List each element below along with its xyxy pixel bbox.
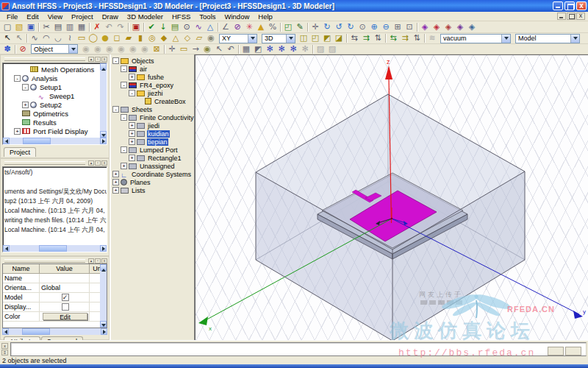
model-tree-item-unassigned[interactable]: + Unassigned	[111, 162, 194, 170]
restore-button[interactable]	[564, 1, 575, 10]
point-marker-icon[interactable]: ◉	[201, 44, 213, 54]
expand-toggle[interactable]: -	[14, 75, 21, 82]
model-tree-item-createbox[interactable]: CreateBox	[111, 97, 194, 105]
rotate-model-center-icon[interactable]: ↻	[321, 22, 333, 32]
arc-tool-icon[interactable]: ↶	[225, 44, 237, 54]
snap-face-icon[interactable]: ✻	[287, 44, 299, 54]
panel-close-button[interactable]: x	[101, 57, 107, 62]
fit-all-icon[interactable]: ⊡	[404, 22, 415, 32]
scroll-left-arrow[interactable]	[3, 245, 10, 252]
model-tree-item-lists[interactable]: + Lists	[111, 186, 194, 194]
cut-icon[interactable]: ✂	[40, 22, 52, 32]
model-tree-item-fr4-epoxy[interactable]: - FR4_epoxy	[111, 81, 194, 89]
message-horizontal-scrollbar[interactable]	[3, 245, 107, 252]
draw-circle-icon[interactable]: ●	[99, 33, 111, 43]
mdi-close-button[interactable]	[576, 13, 585, 20]
expand-toggle[interactable]: +	[129, 138, 135, 145]
mesh-plot-icon[interactable]: ▲	[255, 22, 267, 32]
model-tree-item-fushe[interactable]: + fushe	[111, 73, 194, 81]
history-icon[interactable]: ≋	[426, 33, 438, 43]
expand-toggle[interactable]: +	[112, 187, 119, 194]
model-tree-item-coordinate-systems[interactable]: + Coordinate Systems	[111, 170, 194, 178]
split-icon[interactable]: ◪	[333, 33, 345, 43]
panel-float-button[interactable]: ▫	[95, 57, 101, 62]
expand-toggle[interactable]: +	[121, 163, 127, 169]
chevron-down-icon[interactable]	[68, 45, 77, 53]
select-face-icon[interactable]: ↖	[13, 33, 25, 43]
model-tree-item-rectangle1[interactable]: + Rectangle1	[111, 154, 194, 162]
draw-arc-3pt-icon[interactable]: ◡	[52, 33, 64, 43]
zoom-in-icon[interactable]: ⊕	[368, 22, 380, 32]
menu-item-view[interactable]: View	[43, 13, 67, 21]
rotate-screen-center-icon[interactable]: ↻	[345, 22, 356, 32]
scroll-right-arrow[interactable]	[100, 245, 107, 252]
expand-toggle[interactable]: +	[129, 155, 135, 161]
panel-float-button[interactable]: ▫	[95, 258, 101, 263]
material-manager-icon[interactable]: ⊘	[232, 22, 243, 32]
panel-pin-button[interactable]: ▴	[88, 160, 94, 166]
drawing-mode-combo[interactable]: 3D	[262, 34, 295, 43]
menu-item-file[interactable]: File	[2, 13, 22, 21]
strip-grip-button[interactable]: ≡	[1, 350, 8, 355]
menu-item-3d-modeler[interactable]: 3D Modeler	[123, 13, 168, 21]
expand-toggle[interactable]: -	[121, 66, 127, 72]
expand-toggle[interactable]: +	[129, 74, 135, 80]
lock-icon[interactable]: ⊠	[151, 44, 162, 54]
dynamic-zoom-icon[interactable]: ⊙	[356, 22, 368, 32]
mdi-minimize-button[interactable]	[557, 13, 566, 20]
scroll-down-arrow[interactable]	[100, 131, 107, 138]
move-arrow-icon[interactable]: →	[190, 44, 201, 54]
progress-field[interactable]	[10, 342, 587, 356]
edit-color-button[interactable]: Edit	[43, 313, 87, 320]
coordinate-plane-combo[interactable]: XY	[219, 34, 257, 43]
project-tree-vertical-scrollbar[interactable]	[100, 63, 107, 138]
project-tree-item-optimetrics[interactable]: Optimetrics	[4, 109, 107, 118]
menu-item-tools[interactable]: Tools	[195, 13, 220, 21]
menu-item-draw[interactable]: Draw	[98, 13, 123, 21]
grid-display-icon[interactable]: ▦	[240, 44, 252, 54]
chevron-down-icon[interactable]	[570, 35, 579, 43]
draw-ellipse-icon[interactable]: ◯	[87, 33, 99, 43]
Orienta...-icon[interactable]: Orienta... Global Global	[3, 283, 107, 293]
matrix-data-icon[interactable]: %	[267, 22, 279, 32]
draw-polyhedron-icon[interactable]: ▱	[193, 33, 205, 43]
draw-line-icon[interactable]: ∿	[29, 33, 40, 43]
menu-item-window[interactable]: Window	[220, 13, 254, 21]
snap-edge-icon[interactable]: ✻	[276, 44, 287, 54]
snap-vertex-icon[interactable]: ✻	[264, 44, 276, 54]
print-icon[interactable]: ▦	[76, 22, 87, 32]
scroll-right-arrow[interactable]	[100, 138, 107, 144]
scrollbar-thumb[interactable]	[39, 245, 67, 252]
expand-toggle[interactable]: +	[112, 171, 119, 177]
model-tree-item-planes[interactable]: + Planes	[111, 178, 194, 186]
zoom-window-icon[interactable]: ⊞	[392, 22, 404, 32]
model-tree-item-sheets[interactable]: - Sheets	[111, 105, 194, 113]
chevron-down-icon[interactable]	[286, 35, 295, 43]
redo-icon[interactable]: ↷	[115, 22, 126, 32]
model-tree-item-jiezhi[interactable]: - jiezhi	[111, 89, 194, 97]
view-right-icon[interactable]: ◈	[454, 22, 466, 32]
open-icon[interactable]: ▧	[13, 22, 25, 32]
draw-torus-icon[interactable]: ◆	[158, 33, 170, 43]
edit-sources-icon[interactable]: △	[204, 22, 216, 32]
scrollbar-thumb[interactable]	[23, 138, 51, 144]
expand-toggle[interactable]: -	[121, 82, 127, 88]
insert-doc-icon[interactable]: ✎	[294, 22, 306, 32]
3d-modeler-viewport[interactable]: x y z	[195, 54, 588, 340]
model-tree-item-objects[interactable]: - Objects	[111, 57, 194, 65]
view-top-icon[interactable]: ◈	[419, 22, 431, 32]
strip-close-button[interactable]: x	[1, 343, 8, 349]
material-combo[interactable]: vacuum	[440, 34, 511, 43]
project-tree-item-port-field-display[interactable]: + Port Field Display	[4, 127, 107, 135]
draw-regular-polygon-icon[interactable]: ◻	[111, 33, 123, 43]
Model-icon[interactable]: Model	[3, 293, 107, 302]
panel-float-button[interactable]: ▫	[95, 160, 101, 166]
model-tree-item-jiedi[interactable]: + jiedi	[111, 121, 194, 130]
draw-spline-icon[interactable]: ≀	[64, 33, 76, 43]
project-tree-item-sweep1[interactable]: Sweep1	[4, 91, 107, 100]
expand-toggle[interactable]: +	[22, 102, 29, 108]
tab-project[interactable]: Project	[4, 147, 36, 157]
zoom-out-icon[interactable]: ⊖	[380, 22, 392, 32]
project-tree-item-results[interactable]: Results	[4, 118, 107, 127]
solution-data-icon[interactable]: ▤	[169, 22, 181, 32]
